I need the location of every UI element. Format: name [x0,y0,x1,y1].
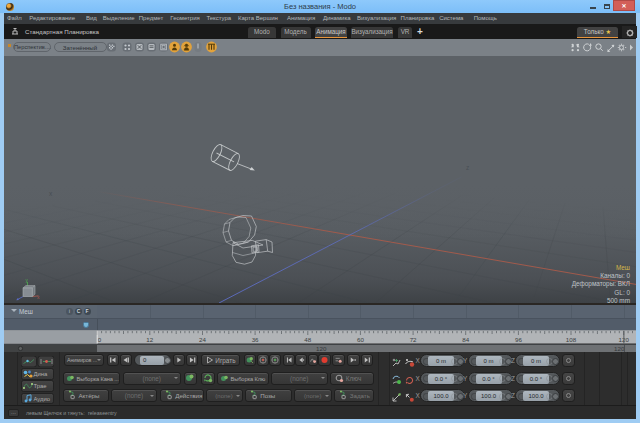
svg-text:96: 96 [515,336,522,343]
svg-text:36: 36 [252,336,259,343]
svg-text:Каналы: 0: Каналы: 0 [600,272,630,279]
svg-text:108: 108 [566,336,577,343]
svg-text:12: 12 [146,336,153,343]
svg-text:60: 60 [357,336,364,343]
svg-text:84: 84 [462,336,469,343]
svg-text:48: 48 [304,336,311,343]
svg-text:72: 72 [410,336,417,343]
svg-text:0: 0 [98,336,102,343]
svg-text:Меш: Меш [616,264,630,271]
svg-text:Деформаторы: ВКЛ: Деформаторы: ВКЛ [572,280,630,288]
svg-text:z: z [466,164,469,171]
svg-text:24: 24 [199,336,206,343]
svg-text:GL: 0: GL: 0 [614,289,630,296]
